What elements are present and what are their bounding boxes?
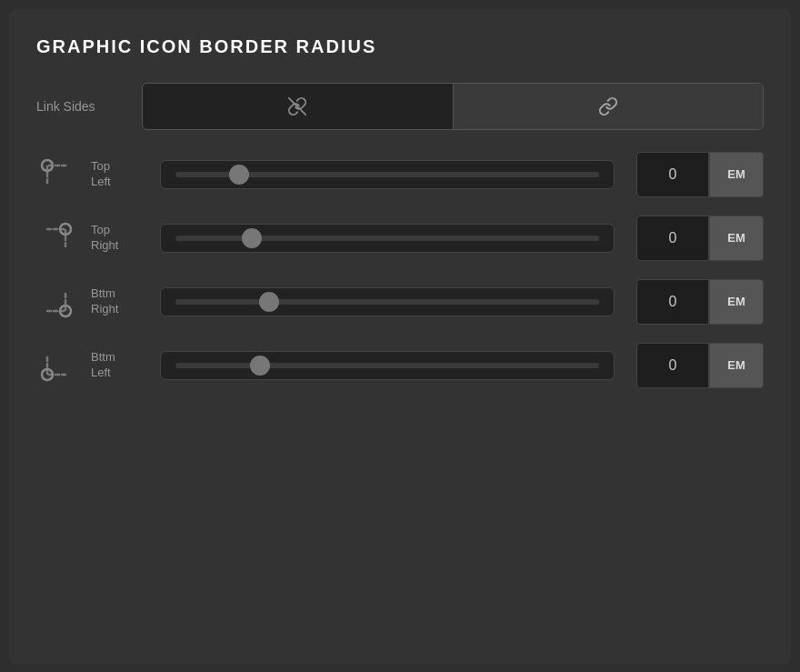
slider-container-top-right	[160, 224, 615, 253]
slider-container-bttm-left	[160, 351, 615, 380]
value-input-bttm-right[interactable]: 0	[636, 279, 709, 325]
slider-thumb-top-left[interactable]	[229, 165, 249, 185]
corner-label-bttm-left: BttmLeft	[91, 350, 145, 381]
border-radius-panel: GRAPHIC ICON BORDER RADIUS Link Sides	[9, 9, 791, 664]
unlink-icon	[287, 96, 307, 116]
value-unit-group-bttm-right: 0 EM	[636, 279, 764, 325]
corner-label-top-right: TopRight	[91, 223, 145, 254]
slider-track-bttm-right[interactable]	[175, 299, 599, 305]
link-sides-label: Link Sides	[36, 99, 127, 114]
link-sides-buttons	[142, 83, 764, 130]
slider-track-top-left[interactable]	[175, 172, 599, 177]
slider-track-top-right[interactable]	[175, 236, 599, 241]
value-unit-group-top-left: 0 EM	[636, 152, 764, 197]
corner-row-top-left: TopLeft 0 EM	[36, 152, 764, 197]
panel-title: GRAPHIC ICON BORDER RADIUS	[36, 36, 764, 57]
corner-icon-top-right	[36, 218, 76, 258]
unit-button-bttm-right[interactable]: EM	[709, 279, 764, 325]
slider-thumb-bttm-right[interactable]	[259, 292, 279, 312]
corner-row-bttm-left: BttmLeft 0 EM	[36, 343, 764, 388]
link-sides-row: Link Sides	[36, 83, 764, 130]
corner-icon-bttm-left	[36, 346, 76, 386]
corner-icon-top-left	[36, 155, 76, 195]
slider-track-bttm-left[interactable]	[175, 363, 599, 368]
link-icon	[598, 96, 618, 116]
corner-row-bttm-right: BttmRight 0 EM	[36, 279, 764, 325]
corner-row-top-right: TopRight 0 EM	[36, 216, 764, 261]
value-input-top-left[interactable]: 0	[636, 152, 709, 197]
unit-button-top-left[interactable]: EM	[709, 152, 764, 197]
link-button[interactable]	[453, 84, 764, 129]
value-unit-group-top-right: 0 EM	[636, 216, 764, 261]
corner-label-bttm-right: BttmRight	[91, 286, 145, 317]
slider-thumb-bttm-left[interactable]	[250, 356, 270, 376]
corners-container: TopLeft 0 EM TopRight 0 EM	[36, 152, 764, 388]
slider-thumb-top-right[interactable]	[242, 228, 262, 248]
value-input-top-right[interactable]: 0	[636, 216, 709, 261]
unlink-button[interactable]	[143, 84, 453, 129]
slider-container-top-left	[160, 160, 615, 189]
corner-icon-bttm-right	[36, 282, 76, 322]
value-input-bttm-left[interactable]: 0	[636, 343, 709, 388]
slider-container-bttm-right	[160, 287, 615, 316]
value-unit-group-bttm-left: 0 EM	[636, 343, 764, 388]
unit-button-bttm-left[interactable]: EM	[709, 343, 764, 388]
corner-label-top-left: TopLeft	[91, 159, 145, 190]
unit-button-top-right[interactable]: EM	[709, 216, 764, 261]
